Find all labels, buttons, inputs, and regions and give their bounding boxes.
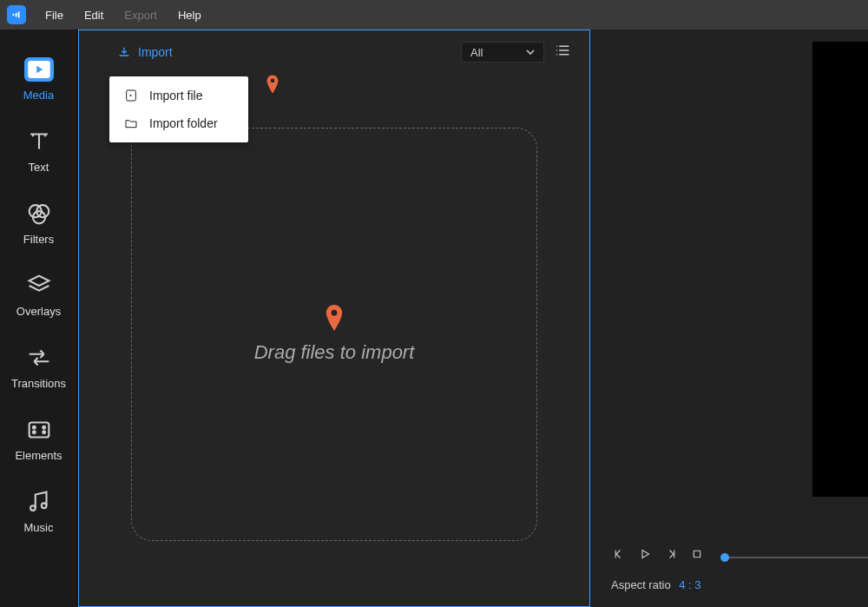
sidebar-item-music[interactable]: Music xyxy=(0,479,77,551)
aspect-ratio-label: Aspect ratio xyxy=(611,578,671,591)
sidebar-label-overlays: Overlays xyxy=(16,305,61,318)
menu-export: Export xyxy=(115,5,166,25)
sidebar-label-filters: Filters xyxy=(23,233,54,246)
svg-rect-1 xyxy=(16,13,17,17)
svg-rect-17 xyxy=(694,551,700,558)
svg-point-0 xyxy=(12,14,14,16)
sidebar-label-media: Media xyxy=(23,89,54,102)
file-icon xyxy=(123,89,139,102)
svg-point-10 xyxy=(32,431,35,433)
progress-knob[interactable] xyxy=(720,553,729,562)
play-button[interactable] xyxy=(637,546,653,565)
preview-panel: Aspect ratio 4 : 3 xyxy=(590,30,868,607)
playback-progress[interactable] xyxy=(720,557,868,558)
svg-point-15 xyxy=(271,79,275,83)
svg-point-13 xyxy=(41,503,46,508)
svg-point-9 xyxy=(43,426,45,429)
media-toolbar: Import All xyxy=(79,30,589,74)
logo-icon xyxy=(10,9,23,21)
svg-point-11 xyxy=(43,431,45,433)
dropzone-marker xyxy=(326,305,343,334)
aspect-ratio-value: 4 : 3 xyxy=(679,578,700,591)
filter-dropdown[interactable]: All xyxy=(461,42,544,63)
svg-rect-7 xyxy=(29,423,49,438)
svg-point-8 xyxy=(32,426,35,429)
chevron-down-icon xyxy=(526,49,535,55)
import-folder-label: Import folder xyxy=(149,116,218,130)
sidebar-item-transitions[interactable]: Transitions xyxy=(0,335,77,407)
menu-file[interactable]: File xyxy=(36,5,72,25)
view-toggle-button[interactable] xyxy=(555,43,572,61)
import-folder-item[interactable]: Import folder xyxy=(109,109,248,137)
aspect-ratio-row[interactable]: Aspect ratio 4 : 3 xyxy=(611,578,701,591)
stop-button[interactable] xyxy=(689,546,705,565)
filter-selected: All xyxy=(470,46,483,59)
import-dropzone[interactable]: Drag files to import xyxy=(131,128,537,541)
import-menu: Import file Import folder xyxy=(109,76,248,142)
svg-point-14 xyxy=(332,310,338,316)
elements-icon xyxy=(24,415,54,445)
dropzone-text: Drag files to import xyxy=(254,341,415,364)
sidebar-item-filters[interactable]: Filters xyxy=(0,191,77,263)
music-icon xyxy=(24,487,54,517)
sidebar-item-overlays[interactable]: Overlays xyxy=(0,263,77,335)
menu-bar: File Edit Export Help xyxy=(0,0,868,30)
text-icon xyxy=(24,127,54,156)
app-logo xyxy=(7,5,26,24)
sidebar-item-elements[interactable]: Elements xyxy=(0,407,77,479)
menu-help[interactable]: Help xyxy=(169,5,210,25)
sidebar-item-text[interactable]: Text xyxy=(0,119,77,191)
media-icon xyxy=(24,55,54,84)
sidebar-label-music: Music xyxy=(24,521,54,534)
sidebar-label-elements: Elements xyxy=(15,449,62,462)
sidebar-label-transitions: Transitions xyxy=(11,377,66,390)
preview-video-area xyxy=(812,42,868,497)
overlays-icon xyxy=(24,271,54,300)
menu-edit[interactable]: Edit xyxy=(76,5,112,25)
import-file-label: Import file xyxy=(149,89,202,102)
list-view-icon xyxy=(555,43,572,57)
prev-frame-button[interactable] xyxy=(611,546,627,565)
sidebar-item-media[interactable]: Media xyxy=(0,47,77,119)
import-file-item[interactable]: Import file xyxy=(109,82,248,109)
import-label: Import xyxy=(138,45,173,59)
sidebar-label-text: Text xyxy=(29,161,49,174)
folder-icon xyxy=(123,116,139,130)
import-button[interactable]: Import xyxy=(117,45,173,59)
next-frame-button[interactable] xyxy=(663,546,679,565)
tutorial-marker-import xyxy=(266,75,279,97)
import-icon xyxy=(117,45,131,59)
sidebar: Media Text Filters Overlays Transitions … xyxy=(0,30,78,607)
playback-controls xyxy=(611,546,705,565)
transitions-icon xyxy=(24,343,54,373)
filters-icon xyxy=(24,199,54,228)
svg-rect-2 xyxy=(18,12,20,18)
svg-point-12 xyxy=(30,505,36,511)
